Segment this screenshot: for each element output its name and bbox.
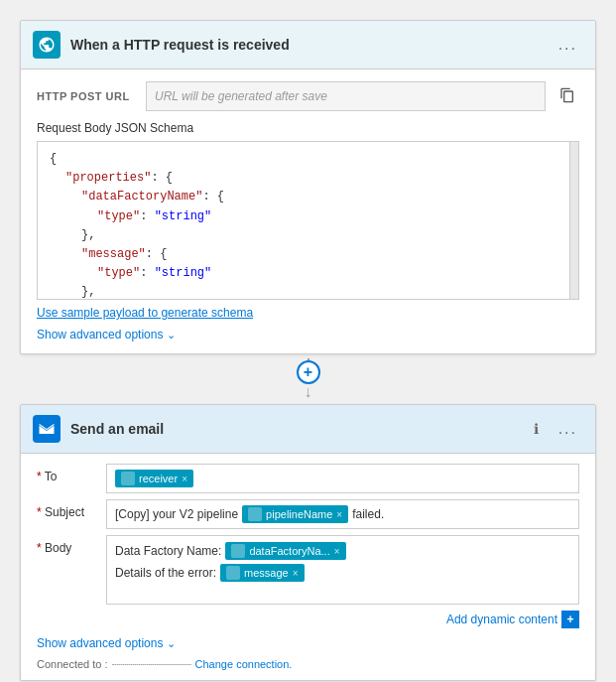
subject-prefix: [Copy] your V2 pipeline <box>115 507 238 521</box>
schema-label: Request Body JSON Schema <box>37 121 579 135</box>
email-card-header: Send an email ℹ ... <box>21 405 595 454</box>
email-show-advanced-label: Show advanced options <box>37 636 163 650</box>
receiver-token-label: receiver <box>139 473 178 484</box>
http-card-body: HTTP POST URL URL will be generated afte… <box>21 69 595 353</box>
office365-icon-svg <box>38 420 56 438</box>
http-request-card: When a HTTP request is received ... HTTP… <box>20 20 596 354</box>
email-chevron-icon: ⌄ <box>167 637 176 650</box>
connected-to-label: Connected to : <box>37 658 108 670</box>
email-show-advanced[interactable]: Show advanced options ⌄ <box>37 636 579 650</box>
data-factory-name-token-icon <box>231 544 245 558</box>
email-info-button[interactable]: ℹ <box>527 419 547 439</box>
message-token: message × <box>220 564 304 582</box>
json-schema-editor[interactable]: { "properties": { "dataFactoryName": { "… <box>37 141 579 300</box>
body-line2-prefix: Details of the error: <box>115 566 216 580</box>
sample-payload-link[interactable]: Use sample payload to generate schema <box>37 306 253 320</box>
connector-arrow-icon: ↓ <box>305 384 312 400</box>
code-line-4: "type": "string" <box>50 207 566 226</box>
http-card-title: When a HTTP request is received <box>70 37 543 53</box>
code-line-1: { <box>50 150 566 169</box>
receiver-token-icon <box>121 472 135 485</box>
main-container: When a HTTP request is received ... HTTP… <box>20 20 596 681</box>
change-connection-link[interactable]: Change connection. <box>195 658 293 670</box>
http-icon-svg <box>38 36 56 54</box>
receiver-token: receiver × <box>115 470 193 487</box>
post-url-input[interactable]: URL will be generated after save <box>146 81 546 111</box>
body-line1-prefix: Data Factory Name: <box>115 544 221 558</box>
connection-line <box>112 664 191 665</box>
add-dynamic-row: Add dynamic content + <box>37 611 579 628</box>
http-trigger-icon <box>33 31 61 59</box>
to-field-row: To receiver × <box>37 464 579 493</box>
body-label: Body <box>37 535 96 555</box>
data-factory-name-token-label: dataFactoryNa... <box>249 545 329 557</box>
email-card-body: To receiver × Subject [Copy] your V2 pip… <box>21 454 595 680</box>
subject-field-row: Subject [Copy] your V2 pipeline pipeline… <box>37 499 579 529</box>
post-url-row: HTTP POST URL URL will be generated afte… <box>37 81 579 111</box>
code-line-8: }, <box>50 283 566 300</box>
http-chevron-icon: ⌄ <box>167 329 176 341</box>
pipeline-name-token-label: pipelineName <box>266 508 332 520</box>
code-line-2: "properties": { <box>50 169 566 188</box>
pipeline-name-token-remove[interactable]: × <box>336 509 342 520</box>
post-url-placeholder: URL will be generated after save <box>155 89 327 103</box>
to-label: To <box>37 464 96 483</box>
http-show-advanced-label: Show advanced options <box>37 328 163 341</box>
code-line-7: "type": "string" <box>50 264 566 283</box>
body-line-1: Data Factory Name: dataFactoryNa... × <box>115 542 570 560</box>
subject-suffix: failed. <box>352 507 384 521</box>
body-line-2: Details of the error: message × <box>115 564 570 582</box>
code-line-6: "message": { <box>50 245 566 264</box>
copy-icon <box>559 87 575 103</box>
pipeline-name-token-icon <box>248 507 262 521</box>
email-header-actions: ℹ ... <box>527 418 583 440</box>
pipeline-name-token: pipelineName × <box>242 505 348 523</box>
connected-to-row: Connected to : Change connection. <box>37 658 579 670</box>
email-card-title: Send an email <box>70 421 517 437</box>
http-card-header: When a HTTP request is received ... <box>21 21 595 69</box>
subject-input[interactable]: [Copy] your V2 pipeline pipelineName × f… <box>106 499 579 529</box>
http-more-button[interactable]: ... <box>553 34 583 56</box>
message-token-icon <box>226 566 240 580</box>
body-field-row: Body Data Factory Name: dataFactoryNa...… <box>37 535 579 605</box>
office365-icon <box>33 415 61 443</box>
email-card: Send an email ℹ ... To receiver × <box>20 404 596 681</box>
email-more-button[interactable]: ... <box>553 418 583 440</box>
data-factory-name-token: dataFactoryNa... × <box>225 542 345 560</box>
subject-label: Subject <box>37 499 96 519</box>
body-input[interactable]: Data Factory Name: dataFactoryNa... × De… <box>106 535 579 605</box>
code-line-3: "dataFactoryName": { <box>50 188 566 206</box>
receiver-token-remove[interactable]: × <box>182 474 187 484</box>
add-dynamic-plus-button[interactable]: + <box>561 611 579 628</box>
copy-url-button[interactable] <box>555 85 579 108</box>
message-token-remove[interactable]: × <box>293 568 299 579</box>
add-dynamic-link[interactable]: Add dynamic content <box>446 613 557 626</box>
http-show-advanced[interactable]: Show advanced options ⌄ <box>37 328 579 341</box>
data-factory-name-token-remove[interactable]: × <box>334 546 340 557</box>
code-line-5: }, <box>50 226 566 245</box>
to-input[interactable]: receiver × <box>106 464 579 493</box>
add-step-button[interactable]: + <box>297 360 320 384</box>
connector: + ↓ <box>20 354 596 404</box>
post-url-label: HTTP POST URL <box>37 90 136 102</box>
message-token-label: message <box>244 567 289 579</box>
